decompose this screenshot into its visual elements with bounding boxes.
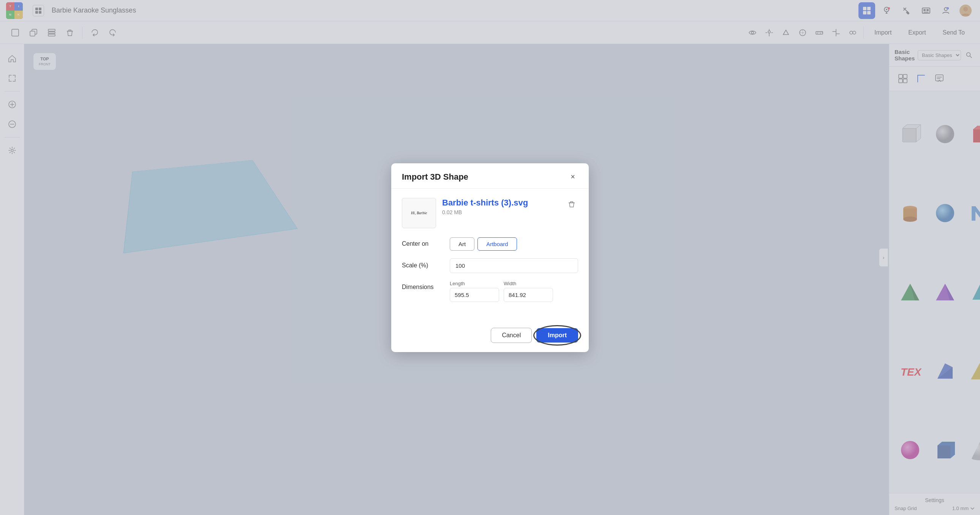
dimensions-row: Dimensions Length Width — [402, 281, 578, 302]
center-on-label: Center on — [402, 240, 444, 247]
file-preview-row: Hi, Barbie Barbie t-shirts (3).svg 0.02 … — [402, 198, 578, 228]
modal-body: Hi, Barbie Barbie t-shirts (3).svg 0.02 … — [391, 189, 589, 322]
modal-footer: Cancel Import — [391, 322, 589, 352]
scale-row: Scale (%) — [402, 258, 578, 273]
length-input[interactable] — [450, 288, 499, 302]
file-info: Barbie t-shirts (3).svg 0.02 MB — [442, 198, 528, 215]
modal-header: Import 3D Shape × — [391, 163, 589, 189]
file-delete-btn[interactable] — [565, 198, 578, 211]
scale-input[interactable] — [450, 258, 578, 273]
center-art-btn[interactable]: Art — [450, 237, 474, 251]
file-thumb-text: Hi, Barbie — [409, 209, 428, 216]
cancel-button[interactable]: Cancel — [491, 328, 532, 343]
dimensions-label: Dimensions — [402, 281, 444, 291]
dimensions-fields: Length Width — [450, 281, 578, 302]
center-artboard-btn[interactable]: Artboard — [477, 237, 517, 251]
length-label: Length — [450, 281, 499, 286]
modal-close-btn[interactable]: × — [568, 172, 578, 182]
file-size: 0.02 MB — [442, 209, 528, 215]
import-modal: Import 3D Shape × Hi, Barbie Barbie t-sh… — [391, 163, 589, 352]
length-field: Length — [450, 281, 499, 302]
center-on-row: Center on Art Artboard — [402, 237, 578, 251]
modal-overlay: Import 3D Shape × Hi, Barbie Barbie t-sh… — [0, 0, 980, 515]
width-input[interactable] — [504, 288, 553, 302]
center-on-controls: Art Artboard — [450, 237, 578, 251]
file-name: Barbie t-shirts (3).svg — [442, 198, 528, 208]
width-field: Width — [504, 281, 553, 302]
import-button[interactable]: Import — [536, 328, 578, 343]
width-label: Width — [504, 281, 553, 286]
import-btn-ring — [533, 325, 581, 346]
scale-label: Scale (%) — [402, 262, 444, 269]
modal-title: Import 3D Shape — [402, 172, 468, 182]
file-thumbnail: Hi, Barbie — [402, 198, 436, 228]
